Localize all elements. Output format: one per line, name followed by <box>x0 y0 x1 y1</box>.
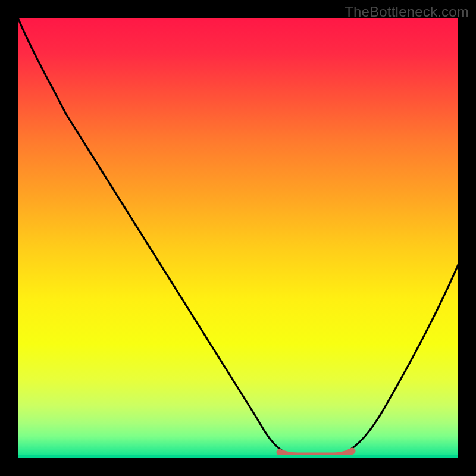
curve-path <box>18 18 458 456</box>
gradient-plot-area <box>18 18 458 458</box>
bottleneck-curve <box>18 18 458 458</box>
chart-frame: TheBottleneck.com <box>0 0 476 476</box>
optimal-band-path <box>280 451 352 456</box>
watermark-text: TheBottleneck.com <box>345 4 469 20</box>
